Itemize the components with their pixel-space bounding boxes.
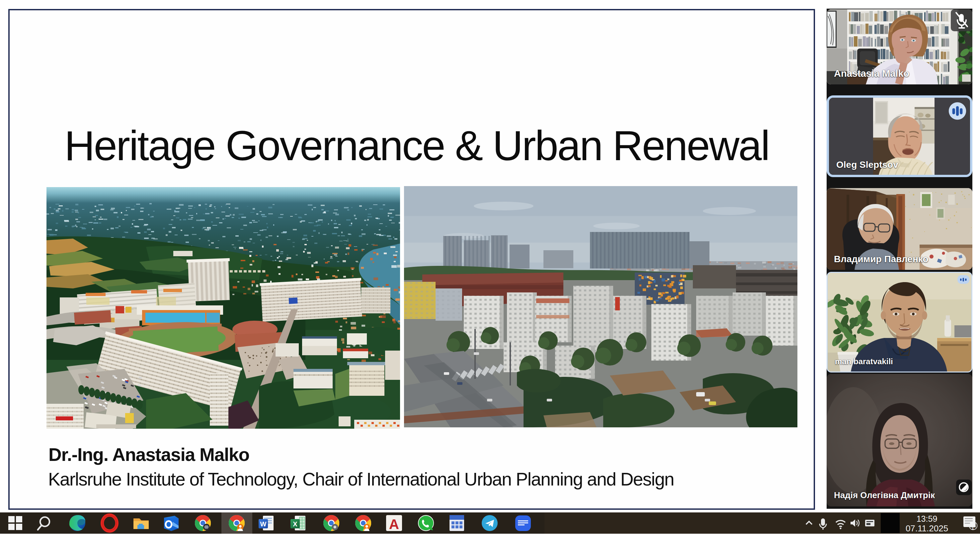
svg-text:13:59: 13:59: [916, 514, 937, 523]
svg-text:07.11.2025: 07.11.2025: [906, 523, 948, 533]
svg-text:X: X: [293, 520, 298, 528]
svg-text:A: A: [389, 516, 399, 532]
svg-text:1: 1: [971, 524, 974, 531]
svg-text:W: W: [260, 520, 267, 528]
